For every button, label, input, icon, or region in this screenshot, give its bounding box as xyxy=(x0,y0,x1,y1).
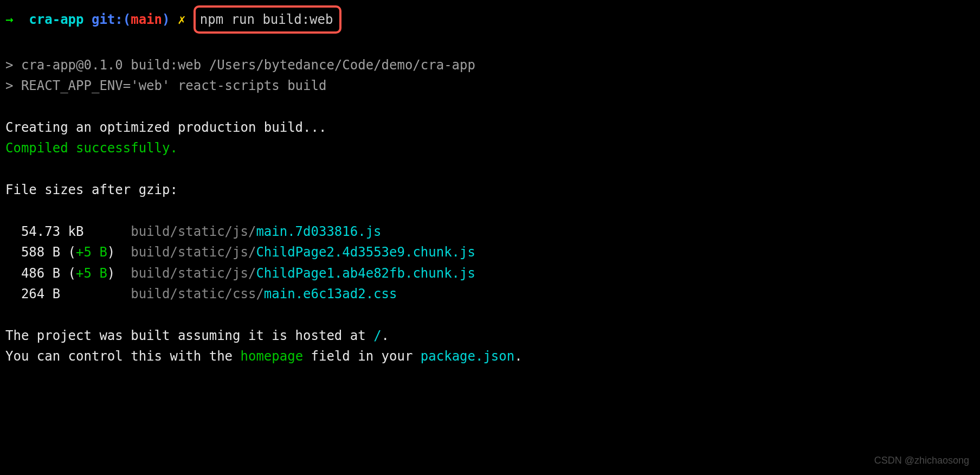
git-label: git:( xyxy=(92,9,131,30)
git-branch: main xyxy=(131,9,162,30)
footer-text: You can control this with the xyxy=(5,349,240,364)
dirty-marker: ✗ xyxy=(178,9,185,30)
file-name: main.e6c13ad2.css xyxy=(264,286,397,301)
script-header-2: > REACT_APP_ENV='web' react-scripts buil… xyxy=(5,75,975,96)
file-row: 54.73 kB build/static/js/main.7d033816.j… xyxy=(5,221,975,242)
delta-open: ( xyxy=(68,245,76,260)
blank-line xyxy=(5,159,975,179)
file-row: 264 B build/static/css/main.e6c13ad2.css xyxy=(5,284,975,304)
git-close: ) xyxy=(162,9,170,30)
blank-line xyxy=(5,304,975,325)
terminal-output: → cra-app git:(main) ✗ npm run build:web… xyxy=(5,5,975,367)
footer-line-2: You can control this with the homepage f… xyxy=(5,346,975,367)
footer-text: . xyxy=(514,349,522,364)
file-path-prefix: build/static/js/ xyxy=(131,266,256,281)
file-size: 588 B xyxy=(5,245,68,260)
file-row: 486 B (+5 B) build/static/js/ChildPage1.… xyxy=(5,263,975,284)
file-path-prefix: build/static/css/ xyxy=(131,286,264,301)
file-size: 264 B xyxy=(5,286,131,301)
prompt-line[interactable]: → cra-app git:(main) ✗ npm run build:web xyxy=(5,5,975,34)
prompt-arrow: → xyxy=(5,9,13,30)
file-delta: +5 B xyxy=(76,266,107,281)
blank-line xyxy=(5,34,975,54)
footer-packagejson: package.json xyxy=(421,349,514,364)
footer-line-1: The project was built assuming it is hos… xyxy=(5,325,975,346)
file-name: ChildPage2.4d3553e9.chunk.js xyxy=(256,245,475,260)
watermark: CSDN @zhichaosong xyxy=(874,453,969,468)
footer-text: . xyxy=(382,328,389,343)
file-sizes-header: File sizes after gzip: xyxy=(5,179,975,200)
file-name: main.7d033816.js xyxy=(256,224,381,239)
file-size: 54.73 kB xyxy=(5,224,131,239)
delta-open: ( xyxy=(68,266,76,281)
footer-path: / xyxy=(373,328,381,343)
file-name: ChildPage1.ab4e82fb.chunk.js xyxy=(256,266,475,281)
footer-text: The project was built assuming it is hos… xyxy=(5,328,373,343)
script-header-1: > cra-app@0.1.0 build:web /Users/bytedan… xyxy=(5,55,975,75)
delta-close: ) xyxy=(107,245,131,260)
footer-homepage: homepage xyxy=(240,349,303,364)
file-size: 486 B xyxy=(5,266,68,281)
delta-close: ) xyxy=(107,266,131,281)
compiled-success-line: Compiled successfully. xyxy=(5,138,975,158)
command-text: npm run build:web xyxy=(200,12,333,27)
footer-text: field in your xyxy=(303,349,421,364)
prompt-directory: cra-app xyxy=(29,9,83,30)
file-path-prefix: build/static/js/ xyxy=(131,245,256,260)
blank-line xyxy=(5,97,975,117)
file-path-prefix: build/static/js/ xyxy=(131,224,256,239)
file-row: 588 B (+5 B) build/static/js/ChildPage2.… xyxy=(5,242,975,262)
command-highlight-box: npm run build:web xyxy=(194,5,342,34)
file-delta: +5 B xyxy=(76,245,107,260)
blank-line xyxy=(5,201,975,221)
creating-build-line: Creating an optimized production build..… xyxy=(5,117,975,138)
